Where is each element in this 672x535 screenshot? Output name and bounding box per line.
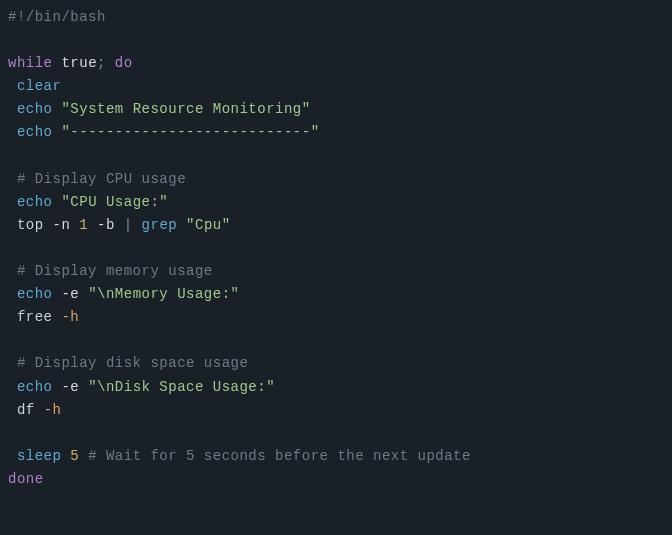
cmd-grep: grep [142,217,178,233]
flag-e: -e [61,379,79,395]
cmd-df: df [17,402,35,418]
sleep-value: 5 [70,448,79,464]
comment-disk: # Display disk space usage [17,355,248,371]
cmd-top: top [17,217,44,233]
cmd-echo: echo [17,286,53,302]
semicolon: ; [97,55,106,71]
keyword-while: while [8,55,53,71]
comment-mem: # Display memory usage [17,263,213,279]
string-cpu-grep: "Cpu" [186,217,231,233]
shebang-line: #!/bin/bash [8,9,106,25]
cmd-sleep: sleep [17,448,62,464]
comment-cpu: # Display CPU usage [17,171,186,187]
comment-sleep: # Wait for 5 seconds before the next upd… [88,448,471,464]
flag-h: -h [44,402,62,418]
pipe: | [124,217,133,233]
flag-b: -b [97,217,115,233]
string-cpu: "CPU Usage:" [61,194,168,210]
string-dashes: "---------------------------" [61,124,319,140]
string-title: "System Resource Monitoring" [61,101,310,117]
flag-e: -e [61,286,79,302]
keyword-done: done [8,471,44,487]
true-literal: true [61,55,97,71]
value-1: 1 [79,217,88,233]
keyword-do: do [115,55,133,71]
string-disk: "\nDisk Space Usage:" [88,379,275,395]
cmd-echo: echo [17,379,53,395]
cmd-clear: clear [17,78,62,94]
cmd-echo: echo [17,194,53,210]
cmd-echo: echo [17,101,53,117]
cmd-free: free [17,309,53,325]
code-block: #!/bin/bash while true; do clear echo "S… [8,6,664,491]
string-mem: "\nMemory Usage:" [88,286,239,302]
flag-n: -n [53,217,71,233]
cmd-echo: echo [17,124,53,140]
flag-h: -h [61,309,79,325]
